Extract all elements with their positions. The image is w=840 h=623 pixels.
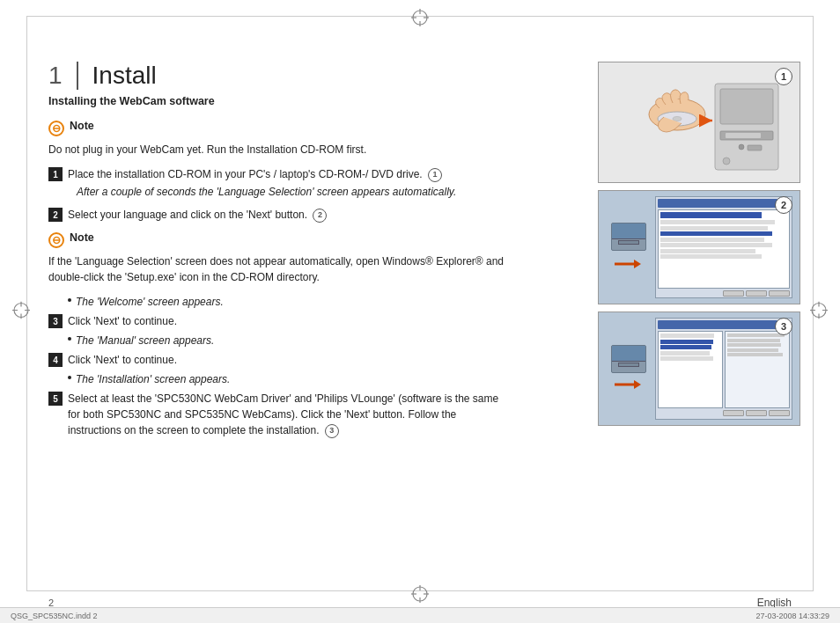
step2-number: 2 bbox=[48, 208, 63, 222]
right-panel: 1 bbox=[598, 62, 800, 426]
right-crosshair-icon bbox=[810, 302, 828, 322]
step3: 3 Click 'Next' to continue. bbox=[48, 313, 506, 329]
bullet2-text: The 'Manual' screen appears. bbox=[76, 333, 214, 348]
step3-number: 3 bbox=[48, 314, 63, 328]
bullet3-dot bbox=[68, 376, 71, 379]
step4-number: 4 bbox=[48, 353, 63, 367]
svg-rect-24 bbox=[748, 145, 762, 150]
step1-content: Place the installation CD-ROM in your PC… bbox=[68, 166, 506, 203]
step5-content: Select at least the 'SPC530NC WebCam Dri… bbox=[68, 391, 506, 438]
subtitle: Installing the WebCam software bbox=[48, 95, 506, 107]
section-title: Install bbox=[92, 62, 157, 90]
step3-content: Click 'Next' to continue. bbox=[68, 313, 506, 329]
note1-icon: ⊖ bbox=[48, 121, 64, 136]
step5: 5 Select at least the 'SPC530NC WebCam D… bbox=[48, 391, 506, 438]
bullet1: The 'Welcome' screen appears. bbox=[68, 294, 506, 310]
step1-ref: 1 bbox=[428, 168, 442, 182]
note2-label: Note bbox=[70, 231, 94, 244]
svg-point-25 bbox=[739, 144, 744, 150]
bullet2: The 'Manual' screen appears. bbox=[68, 333, 506, 348]
file-info-right: 27-03-2008 14:33:29 bbox=[755, 612, 829, 620]
image-badge-2: 2 bbox=[775, 196, 792, 214]
image-box-1: 1 bbox=[598, 62, 800, 183]
file-bar: QSG_SPC535NC.indd 2 27-03-2008 14:33:29 bbox=[0, 607, 840, 623]
svg-point-29 bbox=[673, 117, 682, 121]
image-badge-1: 1 bbox=[775, 68, 792, 85]
bullet2-dot bbox=[68, 337, 71, 341]
bullet1-dot bbox=[68, 298, 71, 302]
cd-illustration bbox=[599, 62, 799, 182]
image-box-2: 2 bbox=[598, 190, 800, 304]
step5-ref: 3 bbox=[325, 424, 339, 438]
bullet3-text: The 'Installation' screen appears. bbox=[76, 371, 230, 387]
step4-content: Click 'Next' to continue. bbox=[68, 352, 506, 368]
step2-content: Select your language and click on the 'N… bbox=[68, 207, 506, 223]
note1-label: Note bbox=[70, 120, 94, 132]
svg-point-26 bbox=[723, 158, 730, 165]
left-crosshair-icon bbox=[12, 302, 30, 322]
install-title: 1 Install bbox=[48, 62, 506, 90]
step1: 1 Place the installation CD-ROM in your … bbox=[48, 166, 506, 203]
top-crosshair-icon bbox=[411, 9, 429, 29]
svg-rect-23 bbox=[726, 133, 761, 138]
image-box-3: 3 bbox=[598, 312, 800, 426]
step1-number: 1 bbox=[48, 167, 63, 181]
note2-icon: ⊖ bbox=[48, 232, 64, 248]
bullet3: The 'Installation' screen appears. bbox=[68, 371, 506, 387]
svg-rect-21 bbox=[720, 89, 773, 124]
section-number: 1 bbox=[48, 62, 78, 90]
step2-ref: 2 bbox=[313, 209, 327, 223]
file-info-left: QSG_SPC535NC.indd 2 bbox=[11, 612, 98, 620]
note2-block: ⊖ Note bbox=[48, 231, 506, 248]
step5-number: 5 bbox=[48, 392, 63, 406]
main-content: 1 Install Installing the WebCam software… bbox=[48, 62, 506, 442]
image-badge-3: 3 bbox=[775, 318, 792, 335]
step1-italic: After a couple of seconds the 'Language … bbox=[77, 184, 506, 200]
note1-block: ⊖ Note bbox=[48, 120, 506, 136]
note2-text: If the 'Language Selection' screen does … bbox=[48, 253, 506, 285]
step4: 4 Click 'Next' to continue. bbox=[48, 352, 506, 368]
bullet1-text: The 'Welcome' screen appears. bbox=[76, 294, 224, 310]
step2: 2 Select your language and click on the … bbox=[48, 207, 506, 223]
note1-text: Do not plug in your WebCam yet. Run the … bbox=[48, 142, 506, 158]
